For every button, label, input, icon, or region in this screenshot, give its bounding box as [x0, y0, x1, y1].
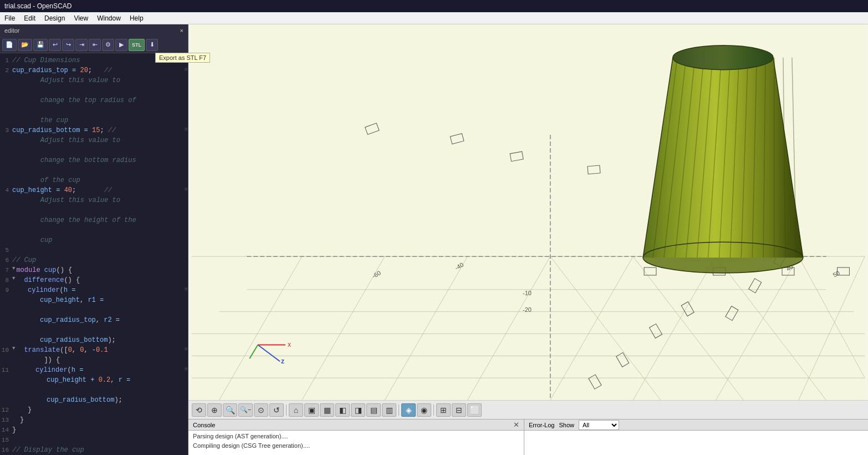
axes-toggle-btn[interactable]: ⊞ [436, 403, 451, 417]
main-layout: editor × 📄 📂 💾 ↩ ↪ ⇥ ⇤ ⚙ ▶ STL ⬇ Export … [0, 24, 868, 455]
toolbar-separator-1 [286, 405, 287, 416]
console-title: Console [193, 422, 215, 428]
code-line-8: 8 ▼ difference() { [0, 275, 188, 285]
export-btn2[interactable]: ⬇ [146, 39, 158, 51]
console-line-1: Parsing design (AST generation).... [193, 432, 519, 441]
compile-btn[interactable]: ⚙ [102, 39, 114, 51]
indent-btn[interactable]: ⇥ [75, 39, 88, 51]
toolbar-separator-2 [399, 405, 399, 416]
menu-help[interactable]: Help [125, 13, 148, 23]
console-content: Parsing design (AST generation).... Comp… [188, 431, 524, 455]
code-line-13: 13 } [0, 415, 188, 425]
view-back-btn[interactable]: ▥ [382, 403, 396, 417]
redo-btn[interactable]: ↪ [62, 39, 74, 51]
view-bottom-btn[interactable]: ▦ [320, 403, 334, 417]
view-front-btn[interactable]: ▤ [366, 403, 381, 417]
error-log-title: Error-Log [529, 422, 554, 428]
bottom-panels: Console ✕ Parsing design (AST generation… [188, 419, 868, 455]
code-line-14: 14 } [0, 425, 188, 435]
view-right-btn[interactable]: ◨ [351, 403, 365, 417]
console-close-btn[interactable]: ✕ [513, 421, 519, 429]
viewport-3d[interactable]: -60 -40 40 50 -10 -20 [188, 24, 868, 400]
export-stl-btn[interactable]: STL [129, 39, 145, 51]
zoom-in-btn[interactable]: 🔍 [223, 403, 237, 417]
render-btn[interactable]: ▶ [115, 39, 127, 51]
code-line-9: 9 cylinder(h = cup_height, r1 = cup_radi… [0, 285, 188, 345]
editor-titlebar: editor × [0, 24, 188, 37]
reset-view-btn[interactable]: ⟲ [192, 403, 206, 417]
crosshairs-btn[interactable]: ⊟ [452, 403, 466, 417]
svg-text:z: z [281, 357, 284, 365]
fit-view-btn[interactable]: ⊕ [207, 403, 222, 417]
stl-tooltip: Export as STL F7 [155, 53, 210, 63]
code-line-12: 12 } [0, 405, 188, 415]
code-editor[interactable]: 1 // Cup Dimensions 2 cup_radius_top = 2… [0, 53, 188, 455]
menu-window[interactable]: Window [93, 13, 125, 23]
editor-title: editor [4, 27, 20, 34]
view-home-btn[interactable]: ⌂ [289, 403, 303, 417]
editor-close[interactable]: × [180, 27, 183, 34]
zoom-all-btn[interactable]: ⊙ [254, 403, 268, 417]
error-show-label: Show [559, 422, 574, 428]
code-line-16: 16 // Display the cup [0, 445, 188, 455]
menubar: File Edit Design View Window Help [0, 12, 868, 24]
titlebar: trial.scad - OpenSCAD [0, 0, 868, 12]
title-text: trial.scad - OpenSCAD [4, 2, 72, 10]
code-line-4: 4 cup_height = 40; // Adjust this value … [0, 185, 188, 245]
svg-text:-10: -10 [523, 290, 532, 296]
code-line-10: 10 ▼ translate([0, 0, -0.1 ]) { ≡ [0, 345, 188, 365]
edges-btn[interactable]: ⬜ [467, 403, 482, 417]
view-top-btn[interactable]: ▣ [304, 403, 319, 417]
view-ortho-btn[interactable]: ◉ [417, 403, 431, 417]
unindent-btn[interactable]: ⇤ [89, 39, 101, 51]
code-line-6: 6 // Cup [0, 255, 188, 265]
console-header: Console ✕ [188, 419, 524, 431]
svg-text:-20: -20 [523, 306, 532, 313]
editor-toolbar: 📄 📂 💾 ↩ ↪ ⇥ ⇤ ⚙ ▶ STL ⬇ Export as STL F7 [0, 37, 188, 53]
code-line-2: 2 cup_radius_top = 20; // Adjust this va… [0, 65, 188, 125]
code-line-7: 7 ▼ module cup() { [0, 265, 188, 275]
error-filter-select[interactable]: All Warnings Errors [579, 420, 619, 430]
error-log-header: Error-Log Show All Warnings Errors [524, 419, 868, 431]
error-log-content [524, 431, 868, 455]
zoom-out-btn[interactable]: 🔍− [238, 403, 253, 417]
view-panel: -60 -40 40 50 -10 -20 [188, 24, 868, 455]
code-line-3: 3 cup_radius_bottom = 15; // Adjust this… [0, 125, 188, 185]
view-toolbar: ⟲ ⊕ 🔍 🔍− ⊙ ↺ ⌂ ▣ ▦ ◧ ◨ ▤ ▥ ◈ ◉ ⊞ ⊟ ⬜ [188, 400, 868, 419]
rotate-reset-btn[interactable]: ↺ [269, 403, 284, 417]
code-line-11: 11 cylinder(h = cup_height + 0.2, r = cu… [0, 365, 188, 405]
svg-text:x: x [288, 341, 291, 348]
console-line-2: Compiling design (CSG Tree generation)..… [193, 441, 519, 451]
open-file-btn[interactable]: 📂 [18, 39, 32, 51]
menu-view[interactable]: View [69, 13, 93, 23]
editor-panel: editor × 📄 📂 💾 ↩ ↪ ⇥ ⇤ ⚙ ▶ STL ⬇ Export … [0, 24, 188, 455]
save-file-btn[interactable]: 💾 [33, 39, 48, 51]
menu-file[interactable]: File [0, 13, 19, 23]
undo-btn[interactable]: ↩ [49, 39, 61, 51]
3d-scene: -60 -40 40 50 -10 -20 [188, 24, 868, 400]
menu-design[interactable]: Design [40, 13, 69, 23]
view-left-btn[interactable]: ◧ [335, 403, 350, 417]
code-line-15: 15 [0, 435, 188, 445]
view-3d-btn[interactable]: ◈ [401, 403, 416, 417]
code-line-5: 5 [0, 245, 188, 255]
console-panel: Console ✕ Parsing design (AST generation… [188, 419, 524, 455]
new-file-btn[interactable]: 📄 [2, 39, 17, 51]
toolbar-separator-3 [433, 405, 434, 416]
menu-edit[interactable]: Edit [19, 13, 40, 23]
error-log-panel: Error-Log Show All Warnings Errors [524, 419, 868, 455]
